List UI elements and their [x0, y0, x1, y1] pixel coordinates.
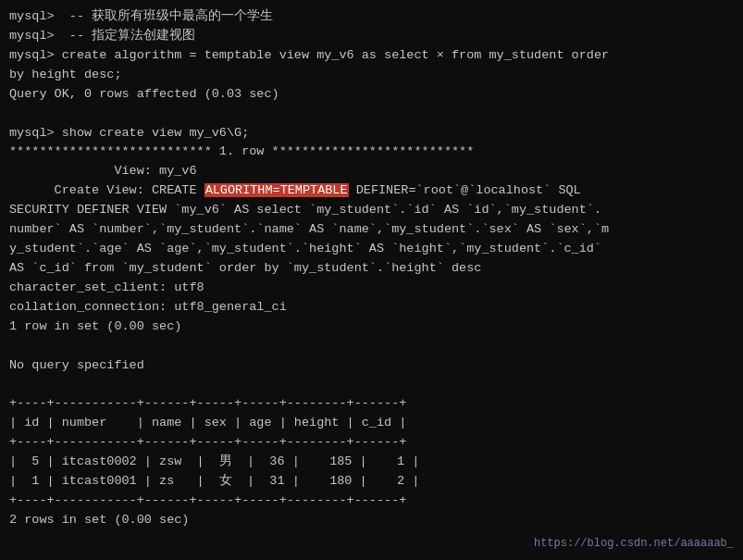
line-separator: *************************** 1. row *****…	[9, 143, 734, 162]
create-view-prefix: Create View: CREATE	[9, 183, 204, 197]
line-table-border2: | 5 | itcast0002 | zsw | 男 | 36 | 185 | …	[9, 453, 734, 472]
line-table-border3: 2 rows in set (0.00 sec)	[9, 511, 734, 530]
line-select-group: +----+-----------+------+-----+-----+---…	[9, 394, 734, 414]
line-show-create: mysql> show create view my_v6\G;	[9, 124, 734, 143]
line-query-ok: Query OK, 0 rows affected (0.03 sec)	[9, 85, 734, 105]
line-security-definer: SECURITY DEFINER VIEW `my_v6` AS select …	[9, 201, 734, 220]
algorithm-highlight: ALGORITHM=TEMPTABLE	[204, 183, 349, 197]
line-table-row1: | 1 | itcast0001 | zs | 女 | 31 | 180 | 2…	[9, 472, 734, 492]
create-view-suffix: DEFINER=`root`@`localhost` SQL	[349, 183, 581, 197]
line-table-header: +----+-----------+------+-----+-----+---…	[9, 433, 734, 453]
line-blank3	[9, 376, 734, 395]
line-charset: collation_connection: utf8_general_ci	[9, 298, 734, 317]
line-create-view: mysql> create algorithm = temptable view…	[9, 46, 734, 66]
line-collation: 1 row in set (0.00 sec)	[9, 317, 734, 337]
line-comment2: mysql> -- 指定算法创建视图	[9, 27, 734, 46]
line-number-field: number` AS `number`,`my_student`.`name` …	[9, 220, 734, 240]
line-create-view-def: Create View: CREATE ALGORITHM=TEMPTABLE …	[9, 181, 734, 201]
line-order-by: character_set_client: utf8	[9, 279, 734, 298]
line-table-border1: | id | number | name | sex | age | heigh…	[9, 414, 734, 433]
line-as-cid: AS `c_id` from `my_student` order by `my…	[9, 259, 734, 279]
line-blank1	[9, 105, 734, 124]
line-student-age: y_student`.`age` AS `age`,`my_student`.`…	[9, 240, 734, 259]
line-error: No query specified	[9, 356, 734, 376]
watermark: https://blog.csdn.net/aaaaaab_	[534, 535, 734, 553]
line-view-name: View: my_v6	[9, 162, 734, 181]
line-table-row2: +----+-----------+------+-----+-----+---…	[9, 492, 734, 511]
line-comment1: mysql> -- 获取所有班级中最高的一个学生	[9, 7, 734, 27]
line-create-view-cont: by height desc;	[9, 66, 734, 85]
line-blank2	[9, 337, 734, 356]
terminal-window: mysql> -- 获取所有班级中最高的一个学生 mysql> -- 指定算法创…	[0, 0, 743, 560]
